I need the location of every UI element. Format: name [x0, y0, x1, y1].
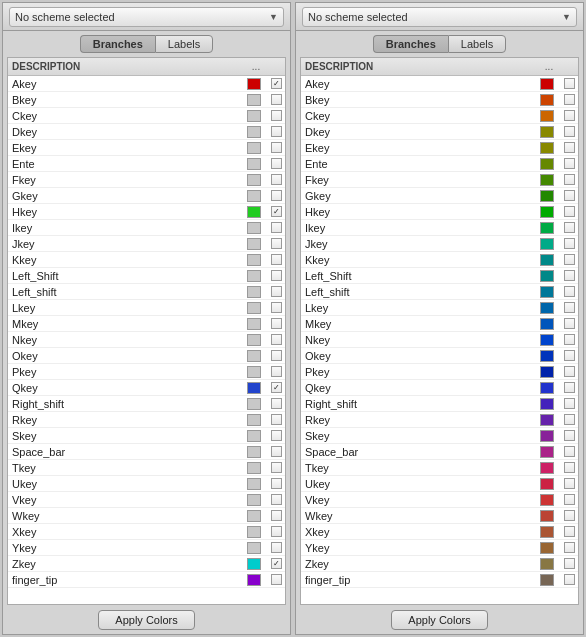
row-checkbox[interactable] — [267, 398, 285, 409]
row-checkbox[interactable] — [560, 446, 578, 457]
color-swatch[interactable] — [540, 350, 558, 362]
row-checkbox[interactable] — [267, 430, 285, 441]
color-swatch[interactable] — [247, 222, 265, 234]
color-swatch[interactable] — [540, 430, 558, 442]
row-checkbox[interactable] — [560, 462, 578, 473]
row-checkbox[interactable] — [560, 142, 578, 153]
color-swatch[interactable] — [247, 318, 265, 330]
row-checkbox[interactable] — [560, 542, 578, 553]
color-swatch[interactable] — [540, 478, 558, 490]
color-swatch[interactable] — [247, 110, 265, 122]
color-swatch[interactable] — [540, 142, 558, 154]
color-swatch[interactable] — [540, 462, 558, 474]
row-checkbox[interactable] — [267, 366, 285, 377]
color-swatch[interactable] — [540, 286, 558, 298]
color-swatch[interactable] — [540, 238, 558, 250]
row-checkbox[interactable] — [267, 526, 285, 537]
row-checkbox[interactable] — [560, 206, 578, 217]
left-tab-labels[interactable]: Labels — [155, 35, 213, 53]
row-checkbox[interactable] — [560, 334, 578, 345]
color-swatch[interactable] — [540, 222, 558, 234]
row-checkbox[interactable] — [560, 494, 578, 505]
color-swatch[interactable] — [247, 126, 265, 138]
right-tab-branches[interactable]: Branches — [373, 35, 448, 53]
row-checkbox[interactable] — [560, 318, 578, 329]
row-checkbox[interactable] — [267, 126, 285, 137]
row-checkbox[interactable] — [560, 158, 578, 169]
color-swatch[interactable] — [247, 478, 265, 490]
color-swatch[interactable] — [247, 414, 265, 426]
color-swatch[interactable] — [247, 206, 265, 218]
row-checkbox[interactable] — [560, 190, 578, 201]
right-scheme-selector[interactable]: No scheme selected ▼ — [296, 3, 583, 31]
color-swatch[interactable] — [540, 526, 558, 538]
color-swatch[interactable] — [247, 302, 265, 314]
color-swatch[interactable] — [540, 398, 558, 410]
color-swatch[interactable] — [540, 574, 558, 586]
color-swatch[interactable] — [247, 334, 265, 346]
row-checkbox[interactable] — [560, 414, 578, 425]
color-swatch[interactable] — [540, 414, 558, 426]
color-swatch[interactable] — [540, 174, 558, 186]
row-checkbox[interactable] — [560, 94, 578, 105]
color-swatch[interactable] — [540, 126, 558, 138]
row-checkbox[interactable] — [267, 574, 285, 585]
row-checkbox[interactable] — [560, 174, 578, 185]
row-checkbox[interactable] — [560, 110, 578, 121]
row-checkbox[interactable] — [560, 238, 578, 249]
color-swatch[interactable] — [247, 174, 265, 186]
left-apply-button[interactable]: Apply Colors — [98, 610, 194, 630]
color-swatch[interactable] — [247, 446, 265, 458]
row-checkbox[interactable] — [267, 542, 285, 553]
color-swatch[interactable] — [247, 158, 265, 170]
color-swatch[interactable] — [540, 558, 558, 570]
row-checkbox[interactable] — [560, 222, 578, 233]
color-swatch[interactable] — [247, 510, 265, 522]
color-swatch[interactable] — [540, 190, 558, 202]
row-checkbox[interactable] — [560, 478, 578, 489]
color-swatch[interactable] — [540, 446, 558, 458]
color-swatch[interactable] — [540, 318, 558, 330]
right-tab-labels[interactable]: Labels — [448, 35, 506, 53]
color-swatch[interactable] — [247, 142, 265, 154]
row-checkbox[interactable] — [560, 510, 578, 521]
color-swatch[interactable] — [247, 462, 265, 474]
row-checkbox[interactable] — [560, 430, 578, 441]
color-swatch[interactable] — [540, 542, 558, 554]
row-checkbox[interactable] — [560, 366, 578, 377]
color-swatch[interactable] — [540, 334, 558, 346]
right-apply-button[interactable]: Apply Colors — [391, 610, 487, 630]
row-checkbox[interactable] — [267, 478, 285, 489]
row-checkbox[interactable]: ✓ — [267, 206, 285, 217]
color-swatch[interactable] — [247, 350, 265, 362]
row-checkbox[interactable] — [560, 270, 578, 281]
row-checkbox[interactable] — [267, 446, 285, 457]
row-checkbox[interactable] — [267, 222, 285, 233]
color-swatch[interactable] — [540, 78, 558, 90]
row-checkbox[interactable] — [560, 382, 578, 393]
row-checkbox[interactable]: ✓ — [267, 78, 285, 89]
color-swatch[interactable] — [247, 430, 265, 442]
row-checkbox[interactable] — [267, 158, 285, 169]
color-swatch[interactable] — [247, 494, 265, 506]
row-checkbox[interactable] — [560, 350, 578, 361]
row-checkbox[interactable] — [267, 238, 285, 249]
row-checkbox[interactable] — [267, 110, 285, 121]
color-swatch[interactable] — [540, 110, 558, 122]
color-swatch[interactable] — [540, 94, 558, 106]
color-swatch[interactable] — [247, 270, 265, 282]
row-checkbox[interactable] — [267, 318, 285, 329]
row-checkbox[interactable] — [267, 94, 285, 105]
row-checkbox[interactable] — [267, 270, 285, 281]
color-swatch[interactable] — [247, 366, 265, 378]
row-checkbox[interactable]: ✓ — [267, 382, 285, 393]
row-checkbox[interactable] — [560, 558, 578, 569]
row-checkbox[interactable] — [267, 510, 285, 521]
color-swatch[interactable] — [247, 558, 265, 570]
row-checkbox[interactable] — [267, 462, 285, 473]
color-swatch[interactable] — [247, 526, 265, 538]
color-swatch[interactable] — [540, 382, 558, 394]
row-checkbox[interactable] — [267, 174, 285, 185]
row-checkbox[interactable] — [267, 302, 285, 313]
row-checkbox[interactable] — [267, 494, 285, 505]
